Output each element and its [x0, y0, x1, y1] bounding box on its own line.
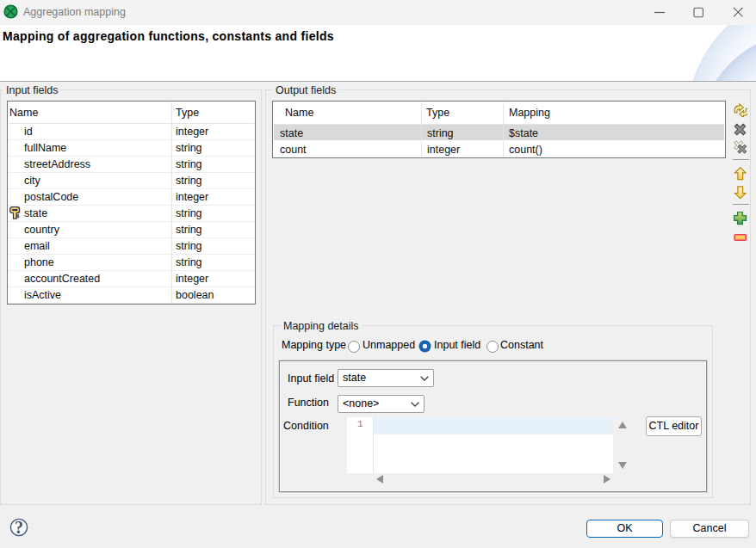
svg-text:?: ? [15, 518, 23, 537]
